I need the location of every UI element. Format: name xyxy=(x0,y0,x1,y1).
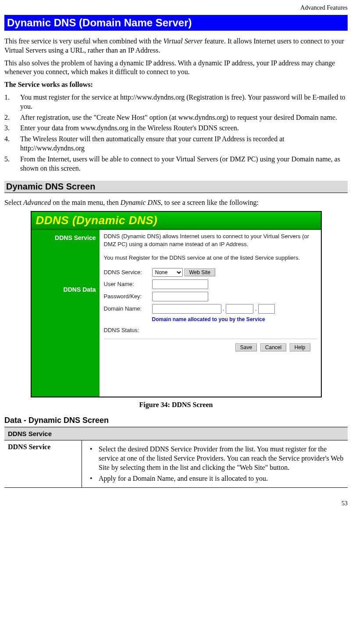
website-button[interactable]: Web Site xyxy=(185,268,215,276)
step-1: You must register for the service at htt… xyxy=(4,93,348,111)
screenshot-sidebar: DDNS Service DDNS Data xyxy=(32,230,100,397)
figure-caption: Figure 34: DDNS Screen xyxy=(4,401,348,409)
label-username: User Name: xyxy=(104,281,152,287)
heading-ddns-screen: Dynamic DNS Screen xyxy=(4,181,348,193)
instr-pre: Select xyxy=(4,199,23,206)
table-row-ddns-service: DDNS Service Select the desired DDNS Ser… xyxy=(4,440,348,488)
password-input[interactable] xyxy=(152,292,208,301)
intro-paragraph-2: This also solves the problem of having a… xyxy=(4,59,348,77)
label-ddns-service: DDNS Service: xyxy=(104,269,152,275)
desc-paragraph-2: You must Register for the DDNS service a… xyxy=(104,254,316,262)
instr-em1: Advanced xyxy=(23,199,51,206)
username-input[interactable] xyxy=(152,279,208,289)
heading-dynamic-dns: Dynamic DNS (Domain Name Server) xyxy=(4,15,348,31)
sidebar-gap xyxy=(32,243,100,284)
table-row-label: DDNS Service xyxy=(4,440,82,488)
dot-1: . xyxy=(221,305,226,312)
row-status: DDNS Status: xyxy=(104,327,316,333)
step-3: Enter your data from www.dyndns.org in t… xyxy=(4,124,348,133)
desc-paragraph-1: DDNS (Dynamic DNS) allows Internet users… xyxy=(104,233,316,248)
label-password: Password/Key: xyxy=(104,293,152,300)
bullet-1: Select the desired DDNS Service Provider… xyxy=(85,445,344,472)
domain-note: Domain name allocated to you by the Serv… xyxy=(152,316,316,322)
instr-post: , to see a screen like the following: xyxy=(161,199,259,206)
service-works-label: The Service works as follows: xyxy=(4,80,348,89)
data-table: DDNS Service DDNS Service Select the des… xyxy=(4,427,348,488)
help-button[interactable]: Help xyxy=(290,343,310,351)
screenshot-title: DDNS (Dynamic DNS) xyxy=(32,212,321,230)
select-instruction: Select Advanced on the main menu, then D… xyxy=(4,198,348,208)
row-ddns-service: DDNS Service: None Web Site xyxy=(104,268,316,277)
instr-em2: Dynamic DNS xyxy=(121,199,161,206)
screenshot-content: DDNS (Dynamic DNS) allows Internet users… xyxy=(100,230,321,397)
domain-input-2[interactable] xyxy=(226,304,253,314)
step-2: After registration, use the "Create New … xyxy=(4,113,348,122)
sidebar-ddns-data: DDNS Data xyxy=(32,284,100,295)
row-domain: Domain Name: . . xyxy=(104,304,316,314)
row-password: Password/Key: xyxy=(104,292,316,301)
table-section-row: DDNS Service xyxy=(4,427,348,440)
domain-input-1[interactable] xyxy=(152,304,221,314)
ddns-screenshot: DDNS (Dynamic DNS) DDNS Service DDNS Dat… xyxy=(31,211,322,397)
dot-2: . xyxy=(253,305,258,312)
footer-buttons: Save Cancel Help xyxy=(104,339,316,356)
table-row-content: Select the desired DDNS Service Provider… xyxy=(82,440,348,488)
cancel-button[interactable]: Cancel xyxy=(260,343,286,351)
step-5: From the Internet, users will be able to… xyxy=(4,155,348,173)
label-status: DDNS Status: xyxy=(104,327,152,333)
label-domain: Domain Name: xyxy=(104,305,152,312)
bullet-2: Apply for a Domain Name, and ensure it i… xyxy=(85,474,344,483)
heading-data-ddns: Data - Dynamic DNS Screen xyxy=(4,416,348,425)
page-number: 53 xyxy=(4,500,348,507)
domain-input-3[interactable] xyxy=(258,304,275,314)
para1-pre: This free service is very useful when co… xyxy=(4,37,164,45)
steps-list: You must register for the service at htt… xyxy=(4,93,348,173)
instr-mid: on the main menu, then xyxy=(51,199,121,206)
row-username: User Name: xyxy=(104,279,316,289)
table-section-header: DDNS Service xyxy=(4,427,348,440)
sidebar-ddns-service: DDNS Service xyxy=(32,233,100,243)
save-button[interactable]: Save xyxy=(235,343,257,351)
intro-paragraph-1: This free service is very useful when co… xyxy=(4,37,348,55)
para1-em: Virtual Server xyxy=(164,37,203,45)
ddns-service-select[interactable]: None xyxy=(152,268,183,277)
page-header: Advanced Features xyxy=(4,4,348,11)
step-4: The Wireless Router will then automatica… xyxy=(4,135,348,153)
